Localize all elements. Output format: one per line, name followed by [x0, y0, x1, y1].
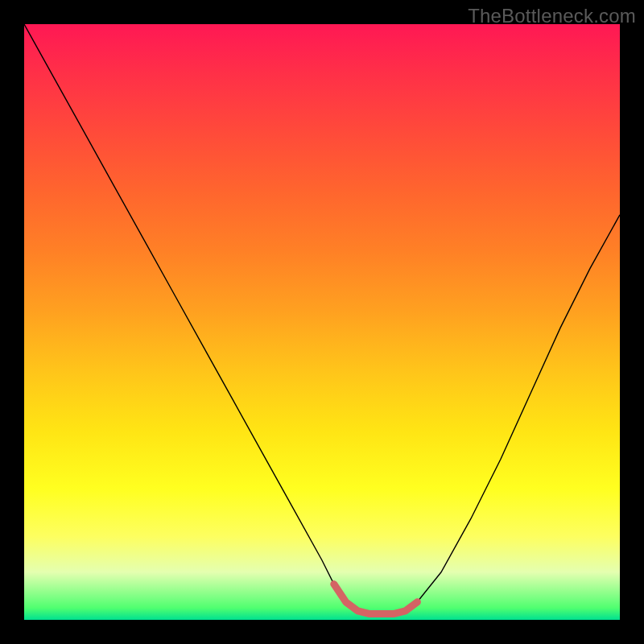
bottleneck-curve-line [24, 24, 620, 614]
plot-area [24, 24, 620, 620]
chart-frame: TheBottleneck.com [0, 0, 644, 644]
highlight-bottom-line [334, 584, 418, 614]
chart-svg [24, 24, 620, 620]
